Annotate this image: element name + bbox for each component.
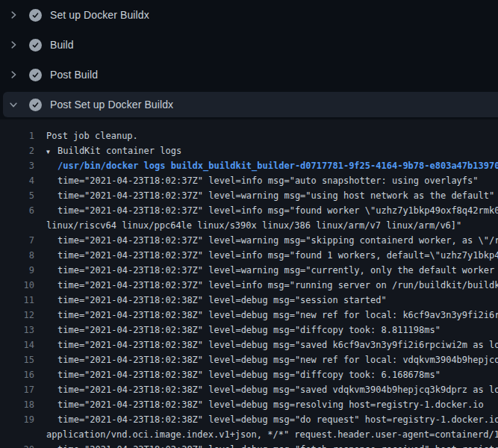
log-line: 11time="2021-04-23T18:02:38Z" level=debu… — [0, 293, 498, 308]
log-line: 15time="2021-04-23T18:02:38Z" level=debu… — [0, 352, 498, 367]
log-line: 6time="2021-04-23T18:02:37Z" level=info … — [0, 203, 498, 218]
log-line-number[interactable]: 14 — [0, 337, 34, 352]
log-text: time="2021-04-23T18:02:38Z" level=debug … — [46, 308, 498, 323]
log-line: 16time="2021-04-23T18:02:38Z" level=debu… — [0, 367, 498, 382]
step-row-build[interactable]: Build — [0, 30, 498, 60]
log-line-number[interactable]: 2 — [0, 143, 34, 158]
log-lines: 1Post job cleanup.2▼BuildKit container l… — [0, 128, 498, 448]
log-text: time="2021-04-23T18:02:38Z" level=debug … — [46, 367, 441, 382]
actions-log-viewer: Set up Docker BuildxBuildPost BuildPost … — [0, 0, 498, 448]
step-label: Set up Docker Buildx — [50, 9, 149, 21]
log-text: time="2021-04-23T18:02:37Z" level=info m… — [46, 248, 498, 263]
chevron-right-icon[interactable] — [7, 69, 19, 81]
log-text: time="2021-04-23T18:02:37Z" level=warnin… — [46, 263, 498, 278]
log-text: time="2021-04-23T18:02:38Z" level=debug … — [46, 352, 498, 367]
log-line-number[interactable]: 17 — [0, 382, 34, 397]
log-line-number[interactable]: 6 — [0, 203, 34, 218]
log-line: 10time="2021-04-23T18:02:37Z" level=info… — [0, 278, 498, 293]
log-line-number[interactable]: 20 — [0, 442, 34, 448]
log-line: 17time="2021-04-23T18:02:38Z" level=debu… — [0, 382, 498, 397]
log-line-number[interactable]: 8 — [0, 248, 34, 263]
log-text: time="2021-04-23T18:02:37Z" level=info m… — [46, 203, 498, 218]
log-line-number[interactable]: 15 — [0, 352, 34, 367]
log-text: time="2021-04-23T18:02:38Z" level=debug … — [46, 337, 498, 352]
step-row-post-build[interactable]: Post Build — [0, 60, 498, 90]
log-line: 12time="2021-04-23T18:02:38Z" level=debu… — [0, 308, 498, 323]
log-text: time="2021-04-23T18:02:38Z" level=debug … — [46, 293, 387, 308]
log-line-number[interactable]: 5 — [0, 188, 34, 203]
log-text: time="2021-04-23T18:02:38Z" level=debug … — [46, 382, 498, 397]
log-line: 7time="2021-04-23T18:02:37Z" level=warni… — [0, 233, 498, 248]
log-text: time="2021-04-23T18:02:37Z" level=info m… — [46, 278, 498, 293]
log-line-number — [0, 218, 34, 233]
log-text: time="2021-04-23T18:02:37Z" level=warnin… — [46, 233, 498, 248]
log-text: time="2021-04-23T18:02:38Z" level=debug … — [46, 323, 441, 337]
check-circle-icon — [29, 9, 42, 22]
log-text: time="2021-04-23T18:02:38Z" level=debug … — [46, 442, 498, 448]
log-group-label[interactable]: BuildKit container logs — [57, 146, 181, 156]
log-line: 19time="2021-04-23T18:02:38Z" level=debu… — [0, 412, 498, 427]
log-line: linux/riscv64 linux/ppc64le linux/s390x … — [0, 218, 498, 233]
log-line-number[interactable]: 11 — [0, 293, 34, 308]
log-text: application/vnd.oci.image.index.v1+json,… — [46, 427, 498, 442]
step-label: Post Set up Docker Buildx — [50, 99, 173, 111]
log-line-number[interactable]: 3 — [0, 158, 34, 173]
log-text: time="2021-04-23T18:02:38Z" level=debug … — [46, 412, 498, 427]
log-line: 14time="2021-04-23T18:02:38Z" level=debu… — [0, 337, 498, 352]
log-line-number[interactable]: 9 — [0, 263, 34, 278]
log-text: time="2021-04-23T18:02:37Z" level=info m… — [46, 173, 479, 188]
check-circle-icon — [29, 99, 42, 111]
log-text: time="2021-04-23T18:02:38Z" level=debug … — [46, 397, 484, 412]
log-line-number[interactable]: 1 — [0, 128, 34, 143]
log-line: 2▼BuildKit container logs — [0, 143, 498, 158]
steps-list: Set up Docker BuildxBuildPost BuildPost … — [0, 0, 498, 117]
log-text: time="2021-04-23T18:02:37Z" level=warnin… — [46, 188, 494, 203]
log-text: linux/riscv64 linux/ppc64le linux/s390x … — [46, 218, 461, 233]
chevron-right-icon[interactable] — [7, 39, 19, 51]
step-row-set-up-docker-buildx[interactable]: Set up Docker Buildx — [0, 0, 498, 30]
log-line: 4time="2021-04-23T18:02:37Z" level=info … — [0, 173, 498, 188]
check-circle-icon — [29, 39, 42, 52]
chevron-right-icon[interactable] — [7, 9, 19, 21]
step-label: Build — [50, 39, 74, 51]
log-line-number[interactable]: 12 — [0, 308, 34, 323]
log-group-row: ▼BuildKit container logs — [46, 143, 181, 158]
log-line-number[interactable]: 19 — [0, 412, 34, 427]
log-text: Post job cleanup. — [46, 128, 138, 143]
log-area: 1Post job cleanup.2▼BuildKit container l… — [0, 119, 498, 448]
log-line-number — [0, 427, 34, 442]
log-line-number[interactable]: 13 — [0, 323, 34, 337]
log-line: 5time="2021-04-23T18:02:37Z" level=warni… — [0, 188, 498, 203]
log-line-number[interactable]: 18 — [0, 397, 34, 412]
log-line-number[interactable]: 4 — [0, 173, 34, 188]
log-line: 1Post job cleanup. — [0, 128, 498, 143]
group-collapse-caret-icon[interactable]: ▼ — [46, 145, 57, 160]
step-label: Post Build — [50, 69, 98, 81]
log-line: application/vnd.oci.image.index.v1+json,… — [0, 427, 498, 442]
log-line-number[interactable]: 16 — [0, 367, 34, 382]
log-line-number[interactable]: 10 — [0, 278, 34, 293]
log-line: 20time="2021-04-23T18:02:38Z" level=debu… — [0, 442, 498, 448]
log-line: 13time="2021-04-23T18:02:38Z" level=debu… — [0, 323, 498, 337]
log-command-text: /usr/bin/docker logs buildx_buildkit_bui… — [46, 158, 498, 173]
chevron-down-icon[interactable] — [7, 99, 19, 111]
log-line: 9time="2021-04-23T18:02:37Z" level=warni… — [0, 263, 498, 278]
step-row-post-set-up-docker-buildx[interactable]: Post Set up Docker Buildx — [3, 92, 498, 117]
log-line-number[interactable]: 7 — [0, 233, 34, 248]
log-line: 18time="2021-04-23T18:02:38Z" level=debu… — [0, 397, 498, 412]
check-circle-icon — [29, 69, 42, 81]
log-line: 8time="2021-04-23T18:02:37Z" level=info … — [0, 248, 498, 263]
log-line: 3/usr/bin/docker logs buildx_buildkit_bu… — [0, 158, 498, 173]
